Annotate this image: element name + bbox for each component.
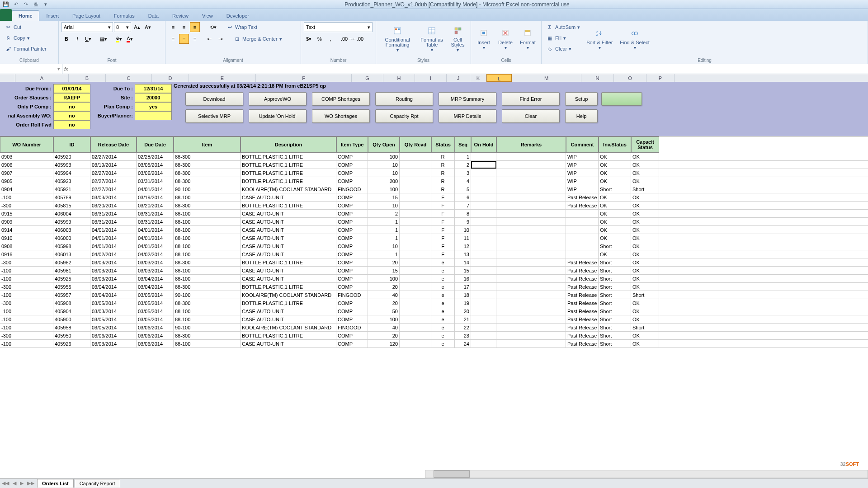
table-cell[interactable]: CASE,AUTO-UNIT [241, 234, 336, 242]
table-header-cell[interactable]: Description [241, 136, 336, 153]
table-cell[interactable]: Short [599, 307, 631, 315]
table-cell[interactable] [471, 169, 496, 177]
table-cell[interactable]: 03/31/2014 [137, 218, 174, 225]
table-cell[interactable]: KOOLAIRE(TM) COOLANT STANDARD [241, 185, 336, 193]
table-cell[interactable]: -100 [0, 291, 53, 299]
conditional-formatting-button[interactable]: Conditional Formatting▾ [379, 22, 416, 54]
table-cell[interactable]: F [431, 226, 455, 234]
tab-review[interactable]: Review [166, 11, 195, 21]
table-cell[interactable]: 10 [368, 202, 400, 209]
table-cell[interactable]: 10 [368, 242, 400, 250]
table-cell[interactable]: F [431, 193, 455, 201]
table-cell[interactable]: 0903 [0, 153, 53, 160]
table-cell[interactable] [400, 267, 431, 274]
table-cell[interactable] [400, 340, 431, 347]
table-cell[interactable]: Past Release [566, 307, 599, 315]
table-cell[interactable]: COMP [336, 332, 368, 339]
table-cell[interactable]: Past Release [566, 193, 599, 201]
table-cell[interactable] [471, 210, 496, 217]
table-cell[interactable] [400, 242, 431, 250]
align-left-button[interactable]: ≡ [168, 34, 178, 44]
table-cell[interactable] [496, 226, 566, 234]
column-header[interactable]: C [106, 74, 152, 82]
table-cell[interactable] [496, 177, 566, 185]
table-cell[interactable]: 24 [455, 340, 471, 347]
table-cell[interactable] [566, 218, 599, 225]
table-cell[interactable]: 20 [368, 299, 400, 307]
table-row[interactable]: -30040595503/04/201403/04/201488-300BOTT… [0, 283, 868, 291]
table-cell[interactable]: 04/01/2014 [137, 226, 174, 234]
table-cell[interactable]: 90-100 [174, 185, 241, 193]
table-cell[interactable]: OK [631, 242, 659, 250]
table-cell[interactable]: OK [631, 169, 659, 177]
table-cell[interactable]: BOTTLE,PLASTIC,1 LITRE [241, 332, 336, 339]
setup-button[interactable]: Setup [565, 92, 598, 106]
blank-green-button[interactable] [601, 92, 642, 106]
table-cell[interactable]: OK [631, 250, 659, 258]
table-cell[interactable]: 88-100 [174, 307, 241, 315]
table-cell[interactable]: 100 [368, 275, 400, 282]
table-cell[interactable]: 03/06/2014 [137, 332, 174, 339]
table-cell[interactable]: -100 [0, 340, 53, 347]
param-value[interactable]: no [53, 120, 90, 129]
table-row[interactable]: -10040578903/03/201403/19/201488-100CASE… [0, 193, 868, 202]
table-cell[interactable] [400, 153, 431, 160]
qat-more-icon[interactable]: ▾ [42, 1, 49, 8]
sheet-nav-last-icon[interactable]: ▶▶ [25, 480, 36, 486]
wo-shortages-button[interactable]: WO Shortages [312, 109, 370, 123]
table-cell[interactable]: 03/06/2014 [137, 340, 174, 347]
table-cell[interactable]: 40 [368, 291, 400, 299]
table-header-cell[interactable]: On Hold [471, 136, 496, 153]
sheet-tab[interactable]: Capacity Report [75, 479, 120, 488]
table-cell[interactable]: 03/06/2014 [90, 332, 137, 339]
table-cell[interactable]: OK [631, 226, 659, 234]
table-cell[interactable]: Short [599, 267, 631, 274]
table-cell[interactable]: 0907 [0, 169, 53, 177]
fill-color-button[interactable]: ⬙▾ [114, 34, 124, 44]
align-center-button[interactable]: ≡ [179, 34, 189, 44]
table-cell[interactable]: 405957 [53, 291, 90, 299]
table-cell[interactable]: OK [631, 161, 659, 169]
table-cell[interactable]: OK [631, 307, 659, 315]
comp-shortages-button[interactable]: COMP Shortages [312, 92, 370, 106]
table-cell[interactable]: 04/01/2014 [137, 242, 174, 250]
table-cell[interactable] [566, 210, 599, 217]
table-cell[interactable]: 02/27/2014 [90, 185, 137, 193]
clear-button[interactable]: ◇Clear ▾ [544, 44, 582, 54]
table-row[interactable]: -10040592603/03/201403/06/201488-100CASE… [0, 340, 868, 348]
table-cell[interactable]: -300 [0, 299, 53, 307]
table-row[interactable]: -10040592503/03/201403/04/201488-100CASE… [0, 275, 868, 283]
table-cell[interactable]: COMP [336, 250, 368, 258]
table-cell[interactable]: 03/06/2014 [137, 324, 174, 331]
table-cell[interactable]: 03/19/2014 [90, 161, 137, 169]
table-cell[interactable]: F [431, 202, 455, 209]
table-row[interactable]: 091640601304/02/201404/02/201488-100CASE… [0, 250, 868, 258]
table-cell[interactable]: 03/04/2014 [137, 275, 174, 282]
table-cell[interactable]: 03/31/2014 [90, 218, 137, 225]
table-cell[interactable] [400, 275, 431, 282]
param-value[interactable]: RAEFP [53, 93, 90, 102]
table-cell[interactable]: 88-100 [174, 210, 241, 217]
tab-developer[interactable]: Developer [220, 11, 255, 21]
column-header[interactable]: N [581, 74, 614, 82]
column-header[interactable]: B [69, 74, 106, 82]
table-cell[interactable]: 03/04/2014 [90, 283, 137, 291]
fx-icon[interactable]: fx [64, 66, 68, 72]
table-cell[interactable]: COMP [336, 307, 368, 315]
table-cell[interactable]: BOTTLE,PLASTIC,1 LITRE [241, 299, 336, 307]
column-header[interactable]: G [352, 74, 383, 82]
table-cell[interactable]: 8 [455, 210, 471, 217]
table-cell[interactable]: 03/05/2014 [137, 299, 174, 307]
table-cell[interactable]: 90-100 [174, 291, 241, 299]
find-select-button[interactable]: Find & Select▾ [617, 22, 652, 54]
table-cell[interactable]: Past Release [566, 267, 599, 274]
mrp-details-button[interactable]: MRP Details [439, 109, 496, 123]
tab-data[interactable]: Data [142, 11, 165, 21]
table-cell[interactable]: OK [631, 177, 659, 185]
file-tab[interactable] [0, 9, 12, 21]
table-cell[interactable]: 4 [455, 177, 471, 185]
table-cell[interactable]: 1 [368, 250, 400, 258]
table-cell[interactable] [496, 283, 566, 291]
table-cell[interactable]: WIP [566, 161, 599, 169]
table-cell[interactable]: F [431, 234, 455, 242]
